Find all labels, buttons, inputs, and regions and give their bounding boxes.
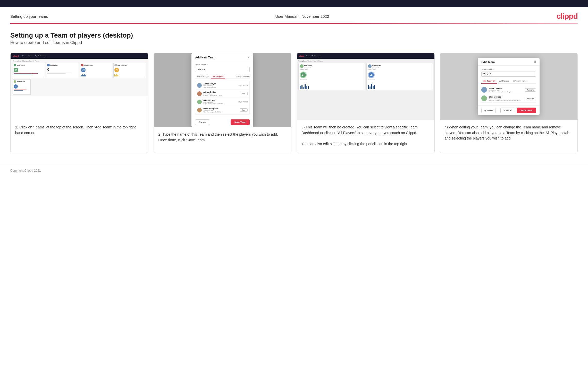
remove-player-btn-2[interactable]: Remove (525, 97, 536, 100)
screenshot-2: Add New Team × Team Name * My Team (2) A… (154, 53, 291, 127)
edit-player-item-2: Blair McHarg Plus HandicapRoyal North De… (481, 94, 536, 103)
player-item-3: Blair McHarg Plus HandicapRoyal North De… (195, 98, 249, 106)
player-added-badge-1: Player Added (238, 84, 248, 86)
player-item-4: Dave Billingham 1-5 HandicapThe Gog Mago… (195, 106, 249, 114)
player-list: Adrian Player Plus HandicapThe Shire Lon… (195, 81, 250, 115)
player-item-1: Adrian Player Plus HandicapThe Shire Lon… (195, 81, 249, 90)
delete-button[interactable]: 🗑 Delete (481, 108, 496, 113)
edit-tab-all-players[interactable]: All Players (497, 79, 511, 84)
edit-player-avatar-2 (481, 95, 487, 101)
ss1-player-card-2: Blair McHarg 0 (46, 63, 79, 78)
card-4: Edit Team × Team Name * My Team (2) All … (440, 53, 578, 153)
player-info-3: Blair McHarg Plus HandicapRoyal North De… (203, 99, 236, 104)
tab-all-players[interactable]: All Players (211, 74, 225, 79)
dialog-title: Add New Team (195, 56, 215, 59)
edit-player-item-1: Adrian Player Plus HandicapThe Shire Lon… (481, 86, 536, 94)
dialog-close-icon[interactable]: × (248, 56, 250, 59)
ss3-avatar-2 (368, 64, 372, 68)
dialog-footer: Cancel Save Team (191, 117, 253, 127)
edit-dialog-close-icon[interactable]: × (534, 60, 536, 64)
player-info-1: Adrian Player Plus HandicapThe Shire Lon… (203, 83, 236, 88)
edit-team-name-label: Team Name * (481, 68, 536, 71)
cards-row: clippd Home Teams My Performance Viewing… (10, 53, 578, 153)
edit-player-info-2: Blair McHarg Plus HandicapRoyal North De… (489, 96, 523, 101)
player-info-2: Adrian Coliba 1-5 HandicapCentral London… (203, 91, 238, 96)
edit-player-info-1: Adrian Player Plus HandicapThe Shire Lon… (489, 87, 523, 93)
tab-filter[interactable]: ☐ Filter by name (236, 74, 250, 78)
remove-player-btn-1[interactable]: Remove (525, 88, 536, 92)
edit-dialog-header: Edit Team × (478, 58, 540, 66)
header-right: clippd (557, 12, 578, 21)
cancel-button[interactable]: Cancel (195, 119, 210, 125)
ss1-nav: Home Teams My Performance (22, 55, 47, 57)
player-avatar-4 (197, 108, 202, 112)
edit-team-dialog: Edit Team × Team Name * My Team (2) All … (478, 58, 540, 115)
player-item-2: Adrian Coliba 1-5 HandicapCentral London… (195, 90, 249, 98)
edit-tab-my-team[interactable]: My Team (2) (481, 79, 497, 84)
save-team-button[interactable]: Save Team (231, 119, 250, 125)
player-avatar-3 (197, 100, 202, 104)
ss1-player-card-3: Dave Billingham 194 (80, 63, 112, 78)
footer-copyright: Copyright Clippd 2021 (10, 169, 41, 172)
footer: Copyright Clippd 2021 (0, 164, 588, 177)
card-1: clippd Home Teams My Performance Viewing… (10, 53, 148, 153)
header-left: Setting up your teams (10, 14, 48, 19)
clippd-logo: clippd (557, 12, 578, 20)
player-avatar-1 (197, 83, 202, 88)
edit-dialog-body: Team Name * My Team (2) All Players ☐ Fi… (478, 66, 540, 105)
page-subtitle: How to create and edit Teams in Clippd (10, 40, 578, 45)
edit-dialog-footer: 🗑 Delete Cancel Save Team (478, 105, 540, 115)
add-player-btn-4[interactable]: Add (240, 108, 248, 112)
main-content: Setting up a Team of players (desktop) H… (0, 24, 588, 164)
card-3: clippd Teams My Performance Viewing 5 ou… (297, 53, 435, 153)
add-team-dialog: Add New Team × Team Name * My Team (2) A… (191, 53, 253, 127)
top-bar (0, 0, 588, 7)
screenshot-1: clippd Home Teams My Performance Viewing… (11, 53, 148, 120)
edit-dialog-tabs: My Team (2) All Players ☐ Filter by name (481, 79, 536, 84)
header-center: User Manual – November 2022 (275, 14, 329, 19)
screenshot-4: Edit Team × Team Name * My Team (2) All … (440, 53, 578, 120)
add-player-btn-2[interactable]: Add (240, 92, 248, 95)
edit-cancel-button[interactable]: Cancel (500, 108, 515, 113)
ss1-player-card-5: Richard Butler 72 (13, 79, 31, 95)
page-title: Setting up a Team of players (desktop) (10, 31, 578, 39)
edit-save-team-button[interactable]: Save Team (517, 108, 536, 113)
trash-icon: 🗑 (484, 109, 486, 112)
screenshot-3: clippd Teams My Performance Viewing 5 ou… (297, 53, 434, 120)
player-added-badge-3: Player Added (238, 101, 248, 103)
edit-dialog-title: Edit Team (481, 60, 495, 64)
player-avatar-2 (197, 91, 202, 96)
ss1-player-card-1: Adrian Collins 84 (13, 63, 45, 78)
dialog-tabs: My Team (2) All Players ☐ Filter by name (195, 74, 250, 79)
edit-tab-filter[interactable]: ☐ Filter by name (511, 79, 528, 84)
ss1-logo: clippd (13, 55, 19, 57)
team-name-input[interactable] (195, 67, 250, 72)
edit-team-name-input[interactable] (481, 72, 536, 77)
edit-player-avatar-1 (481, 87, 487, 93)
tab-my-team[interactable]: My Team (2) (195, 74, 211, 79)
dialog-body: Team Name * My Team (2) All Players ☐ Fi… (191, 61, 253, 117)
card-2: Add New Team × Team Name * My Team (2) A… (154, 53, 292, 153)
ss3-player-card-1: Blair McHarg Plus Handicap Player Qualit… (298, 63, 365, 90)
ss3-avatar-1 (300, 64, 304, 68)
ss3-topbar: clippd Teams My Performance (297, 53, 434, 59)
header: Setting up your teams User Manual – Nove… (0, 7, 588, 23)
card-4-text: 4) When editing your Team, you can chang… (440, 120, 578, 153)
card-2-text: 2) Type the name of this Team and then s… (154, 127, 291, 153)
team-name-label: Team Name * (195, 64, 250, 66)
ss1-player-card-4: Dave Billingham 78 (113, 63, 146, 78)
ss3-player-card-2: Richard Butler Plus Handicap Player Qual… (366, 63, 433, 90)
dialog-header: Add New Team × (191, 53, 253, 61)
card-3-text: 3) This Team will then be created. You c… (297, 120, 434, 153)
card-1-text: 1) Click on 'Teams' at the top of the sc… (11, 120, 148, 153)
player-info-4: Dave Billingham 1-5 HandicapThe Gog Mago… (203, 107, 238, 113)
